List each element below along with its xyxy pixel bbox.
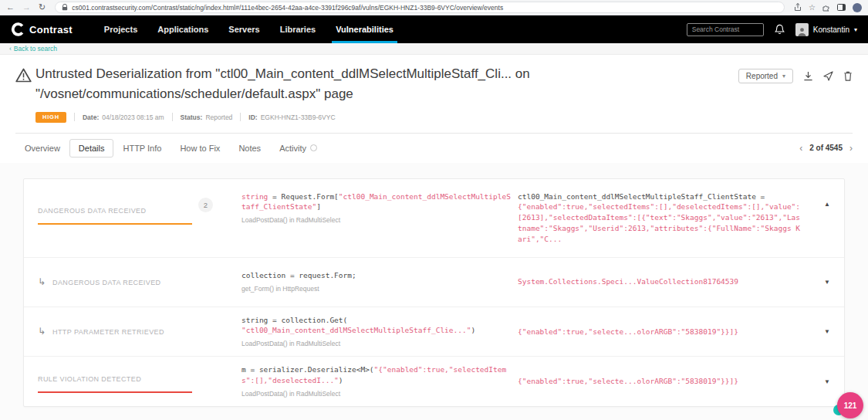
tab-notes[interactable]: Notes: [229, 139, 270, 158]
event-type-label: DANGEROUS DATA RECEIVED: [52, 279, 160, 286]
nav-item-applications[interactable]: Applications: [147, 15, 218, 43]
brand-name: Contrast: [29, 24, 73, 36]
user-menu[interactable]: Konstantin ▾: [795, 23, 857, 36]
event-row: ↳ DANGEROUS DATA RECEIVED collection = r…: [24, 257, 844, 307]
vulnerability-header: Untrusted Deserialization from "ctl00_Ma…: [0, 55, 868, 134]
page-next-icon[interactable]: ›: [849, 144, 853, 153]
contrast-logo-icon: [11, 22, 25, 36]
browser-chrome: ← → ↻ cs001.contrastsecurity.com/Contras…: [0, 0, 868, 15]
event-type: ↳ DANGEROUS DATA RECEIVED: [38, 277, 192, 286]
page-title: Untrusted Deserialization from "ctl00_Ma…: [35, 64, 738, 105]
date-value: 04/18/2023 08:15 am: [102, 113, 164, 121]
nav-item-libraries[interactable]: Libraries: [270, 15, 326, 43]
page-indicator: 2 of 4545: [809, 144, 843, 152]
vulnerability-meta: HIGH Date: 04/18/2023 08:15 am Status: R…: [35, 112, 853, 133]
top-nav: Contrast Projects Applications Servers L…: [0, 15, 868, 43]
url-bar[interactable]: cs001.contrastsecurity.com/Contrast/stat…: [55, 2, 785, 13]
event-count-badge: 2: [198, 198, 213, 212]
event-value: {"enabled":true,"selecte...olorARGB":"58…: [518, 327, 804, 337]
stack-frame-caption: LoadPostData() in RadMultiSelect: [241, 215, 512, 225]
chat-bubble-icon[interactable]: 121: [837, 392, 863, 418]
tab-activity[interactable]: Activity: [270, 139, 326, 158]
tab-details[interactable]: Details: [69, 139, 114, 158]
event-value: {"enabled":true,"selecte...olorARGB":"58…: [518, 376, 804, 387]
nav-item-projects[interactable]: Projects: [94, 15, 147, 43]
event-type-label: HTTP PARAMETER RETRIEVED: [52, 328, 164, 336]
stack-frame-caption: get_Form() in HttpRequest: [241, 284, 512, 293]
collapse-toggle-icon[interactable]: ▲: [810, 201, 830, 208]
browser-profile-icon[interactable]: [853, 3, 862, 12]
browser-refresh-icon[interactable]: ↻: [39, 3, 46, 12]
chevron-down-icon: ▾: [782, 73, 785, 80]
url-text: cs001.contrastsecurity.com/Contrast/stat…: [72, 4, 503, 12]
tab-http-info[interactable]: HTTP Info: [113, 139, 171, 158]
details-content: DANGEROUS DATA RECEIVED 2 string = Reque…: [0, 163, 868, 420]
event-row: DANGEROUS DATA RECEIVED 2 string = Reque…: [24, 179, 844, 257]
contrast-logo[interactable]: Contrast: [11, 15, 73, 43]
event-type-label: RULE VIOLATION DETECTED: [38, 375, 141, 383]
event-code: m = serializer.Deserialize<M>("{"enabled…: [241, 364, 512, 398]
date-label: Date:: [83, 113, 99, 121]
stack-frame-caption: LoadPostData() in RadMultiSelect: [241, 389, 512, 398]
event-row: ↳ HTTP PARAMETER RETRIEVED string = coll…: [24, 307, 844, 357]
expand-toggle-icon[interactable]: ▼: [810, 328, 830, 335]
status-value: Reported: [205, 113, 232, 121]
chat-unread-count: 121: [844, 401, 857, 410]
trace-connector-icon: ↳: [38, 327, 46, 336]
event-type: RULE VIOLATION DETECTED: [38, 371, 192, 393]
tab-how-to-fix[interactable]: How to Fix: [171, 139, 229, 158]
download-icon[interactable]: [803, 71, 813, 81]
lock-icon: [62, 4, 68, 11]
event-code: string = collection.Get( "ctl00_Main_con…: [241, 315, 512, 349]
warning-triangle-icon: [15, 64, 35, 83]
side-panel-icon[interactable]: [837, 4, 846, 11]
id-label: ID:: [248, 113, 257, 121]
chat-widget[interactable]: 121: [837, 392, 863, 418]
event-type: DANGEROUS DATA RECEIVED: [38, 202, 192, 225]
status-dropdown[interactable]: Reported ▾: [738, 69, 793, 83]
severity-badge: HIGH: [35, 112, 66, 123]
tab-overview[interactable]: Overview: [15, 139, 69, 158]
browser-forward-icon[interactable]: →: [22, 3, 31, 12]
trash-icon[interactable]: [843, 71, 853, 81]
bookmark-star-icon[interactable]: ☆: [809, 4, 816, 12]
event-type-label: DANGEROUS DATA RECEIVED: [38, 207, 146, 215]
user-name: Konstantin: [813, 25, 849, 34]
event-row: RULE VIOLATION DETECTED m = serializer.D…: [24, 356, 844, 406]
event-trace-card: DANGEROUS DATA RECEIVED 2 string = Reque…: [23, 178, 845, 408]
page-prev-icon[interactable]: ‹: [799, 144, 802, 153]
nav-item-vulnerabilities[interactable]: Vulnerabilities: [326, 15, 404, 43]
chevron-left-icon: ‹: [9, 45, 12, 52]
search-input[interactable]: [687, 23, 764, 36]
trace-connector-icon: ↳: [38, 277, 46, 286]
chevron-down-icon: ▾: [854, 26, 857, 33]
info-circle-icon: [310, 144, 317, 151]
id-value: EGKH-HNZ1-33B9-6VYC: [261, 113, 336, 121]
event-type: ↳ HTTP PARAMETER RETRIEVED: [38, 327, 192, 336]
user-avatar: [795, 23, 809, 36]
share-icon[interactable]: [794, 3, 802, 12]
event-code: string = Request.Form["ctl00_Main_conten…: [241, 191, 512, 225]
event-value: System.Collections.Speci...ValueCollecti…: [518, 276, 804, 287]
nav-item-servers[interactable]: Servers: [218, 15, 269, 43]
tabs-bar: Overview Details HTTP Info How to Fix No…: [0, 134, 868, 163]
expand-toggle-icon[interactable]: ▼: [810, 279, 830, 286]
notifications-bell-icon[interactable]: [775, 24, 785, 35]
browser-back-icon[interactable]: ←: [6, 3, 15, 12]
back-bar: ‹ Back to search: [0, 43, 868, 55]
nav-menu: Projects Applications Servers Libraries …: [94, 15, 404, 43]
event-code: collection = request.Form; get_Form() in…: [241, 270, 512, 293]
screen: ← → ↻ cs001.contrastsecurity.com/Contras…: [0, 0, 868, 420]
event-value: ctl00_Main_content_ddlMSelectMultipleSta…: [518, 191, 804, 245]
stack-frame-caption: LoadPostData() in RadMultiSelect: [241, 339, 512, 348]
status-label: Status:: [181, 113, 203, 121]
back-to-search-link[interactable]: ‹ Back to search: [9, 45, 57, 52]
extensions-icon[interactable]: [822, 4, 830, 12]
expand-toggle-icon[interactable]: ▼: [810, 378, 830, 385]
send-icon[interactable]: [823, 71, 833, 81]
pagination: ‹ 2 of 4545 ›: [799, 144, 853, 153]
